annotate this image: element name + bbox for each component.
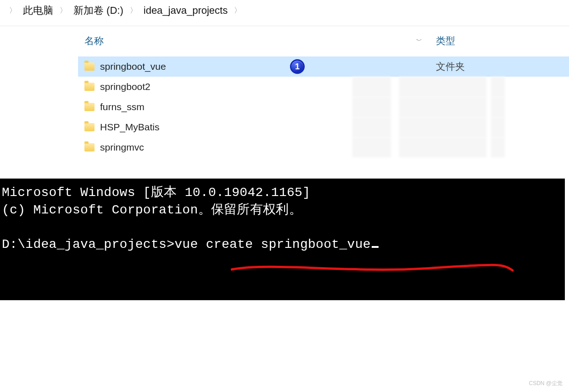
file-explorer-window: 〉 此电脑 〉 新加卷 (D:) 〉 idea_java_projects 〉 … [0, 0, 569, 157]
file-name: furns_ssm [100, 101, 145, 112]
redacted-area [352, 137, 391, 157]
chevron-right-icon: 〉 [9, 6, 17, 16]
redacted-area [399, 137, 486, 157]
folder-icon [84, 103, 95, 111]
chevron-right-icon: 〉 [60, 6, 67, 16]
file-name: springboot_vue [100, 61, 166, 72]
file-row-furns-ssm[interactable]: furns_ssm 文件夹 [78, 97, 569, 117]
annotation-badge-1: 1 [290, 59, 305, 74]
chevron-down-icon: ﹀ [416, 37, 422, 45]
column-type-header[interactable]: 类型 [431, 34, 486, 47]
terminal-prompt: D:\idea_java_projects> [2, 237, 174, 252]
redacted-area [352, 97, 391, 117]
breadcrumb-item-pc[interactable]: 此电脑 [23, 4, 53, 17]
column-name-header[interactable]: 名称 [78, 34, 165, 47]
terminal-line: (c) Microsoft Corporation。保留所有权利。 [2, 203, 302, 217]
redacted-area [399, 77, 486, 97]
file-row-springmvc[interactable]: springmvc 文件夹 [78, 137, 569, 157]
terminal-cursor-icon [372, 246, 379, 248]
breadcrumb-item-drive[interactable]: 新加卷 (D:) [73, 4, 123, 17]
terminal-window[interactable]: Microsoft Windows [版本 10.0.19042.1165] (… [0, 179, 565, 300]
file-name: springboot2 [100, 81, 151, 92]
annotation-underline [231, 260, 515, 279]
file-type: 文件夹 [431, 60, 514, 73]
folder-icon [84, 83, 95, 91]
file-list: 名称 ﹀ 类型 springboot_vue 文件夹 1 springboot2… [0, 28, 569, 157]
watermark: CSDN @尘觉 [529, 380, 563, 387]
file-row-hsp-mybatis[interactable]: HSP_MyBatis 文件夹 [78, 117, 569, 137]
redacted-area [399, 97, 486, 117]
chevron-right-icon: 〉 [130, 6, 137, 16]
redacted-area [491, 117, 505, 137]
breadcrumb-item-folder[interactable]: idea_java_projects [144, 5, 228, 17]
folder-icon [84, 143, 95, 151]
folder-icon [84, 62, 95, 71]
chevron-right-icon: 〉 [234, 6, 241, 16]
file-row-springboot2[interactable]: springboot2 文件夹 [78, 77, 569, 97]
redacted-area [399, 117, 486, 137]
redacted-area [352, 117, 391, 137]
redacted-area [491, 97, 505, 117]
redacted-area [491, 137, 505, 157]
terminal-command: vue create springboot_vue [174, 237, 371, 252]
redacted-area [491, 77, 505, 97]
file-name: HSP_MyBatis [100, 122, 160, 133]
terminal-line: Microsoft Windows [版本 10.0.19042.1165] [2, 185, 310, 200]
breadcrumb[interactable]: 〉 此电脑 〉 新加卷 (D:) 〉 idea_java_projects 〉 [0, 0, 569, 26]
redacted-area [352, 77, 391, 97]
file-name: springmvc [100, 142, 144, 153]
file-row-springboot-vue[interactable]: springboot_vue 文件夹 1 [78, 56, 569, 77]
column-headers: 名称 ﹀ 类型 [78, 28, 569, 56]
folder-icon [84, 123, 95, 131]
column-date-header[interactable]: ﹀ [165, 37, 431, 45]
